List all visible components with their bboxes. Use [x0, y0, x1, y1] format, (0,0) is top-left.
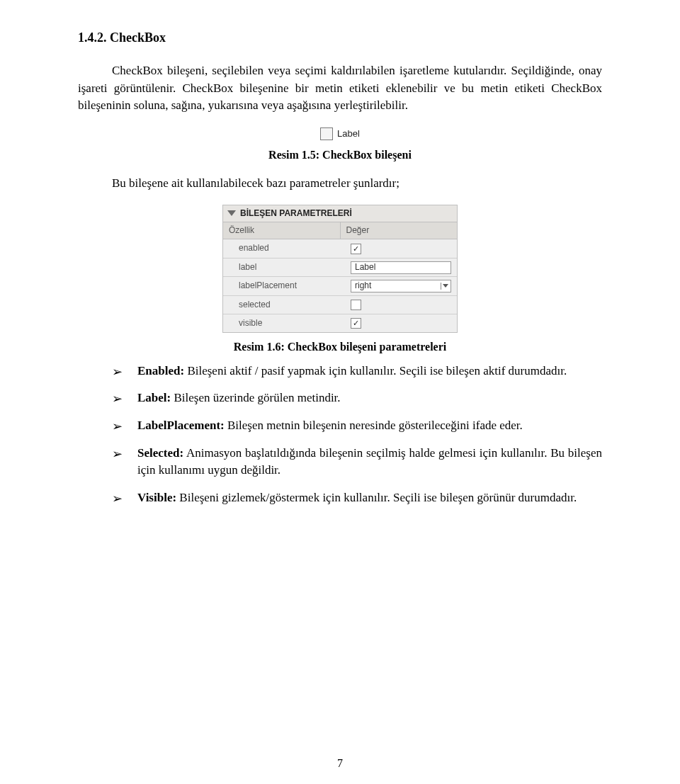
checkbox-sample-label: Label: [337, 127, 360, 141]
bullet-term: Selected:: [137, 446, 183, 460]
checkbox-icon: [351, 300, 361, 310]
list-item: Visible: Bileşeni gizlemek/göstermek içi…: [112, 489, 602, 517]
param-name: enabled: [223, 239, 345, 257]
list-item: Selected: Animasyon başlatıldığında bile…: [112, 445, 602, 489]
select-value: right: [355, 280, 371, 292]
panel-header: BİLEŞEN PARAMETRELERİ: [223, 205, 457, 222]
bullet-term: Enabled:: [137, 364, 184, 377]
param-name: label: [223, 259, 345, 276]
document-page: 1.4.2. CheckBox CheckBox bileşeni, seçil…: [0, 0, 680, 784]
page-number: 7: [0, 755, 680, 771]
figure-2-caption: Resim 1.6: CheckBox bileşeni parametrele…: [78, 339, 602, 355]
param-row-label: label Label: [223, 259, 457, 277]
col-value: Değer: [341, 222, 458, 239]
bullet-text: Bileşeni aktif / pasif yapmak için kulla…: [184, 364, 567, 377]
bullet-term: Visible:: [137, 491, 176, 504]
bullet-text: Bileşen metnin bileşenin neresinde göste…: [225, 419, 523, 432]
parameters-panel: BİLEŞEN PARAMETRELERİ Özellik Değer enab…: [222, 205, 458, 334]
list-item: Label: Bileşen üzerinde görülen metindir…: [112, 390, 602, 417]
param-row-enabled: enabled ✓: [223, 239, 457, 258]
divider-icon: [441, 283, 441, 290]
param-name: selected: [223, 296, 345, 314]
checkbox-icon: ✓: [351, 318, 361, 329]
bullet-text: Bileşen üzerinde görülen metindir.: [171, 391, 340, 404]
figure-checkbox-sample: Label: [78, 127, 602, 141]
bullet-text: Bileşeni gizlemek/göstermek için kullanı…: [176, 491, 577, 504]
figure-1-caption: Resim 1.5: CheckBox bileşeni: [78, 147, 602, 163]
section-heading: 1.4.2. CheckBox: [78, 28, 602, 47]
checkbox-icon: [320, 127, 333, 140]
list-item: LabelPlacement: Bileşen metnin bileşenin…: [112, 417, 602, 445]
chevron-down-icon: [443, 284, 448, 288]
list-item: Enabled: Bileşeni aktif / pasif yapmak i…: [112, 363, 602, 390]
bullet-term: Label:: [137, 391, 171, 404]
after-fig1-paragraph: Bu bileşene ait kullanılabilecek bazı pa…: [112, 175, 602, 193]
collapse-triangle-icon: [227, 210, 236, 216]
section-title: CheckBox: [110, 30, 166, 45]
select-input: right: [351, 280, 451, 292]
col-property: Özellik: [223, 222, 341, 239]
param-row-visible: visible ✓: [223, 314, 457, 332]
section-number: 1.4.2.: [78, 30, 107, 45]
panel-title: BİLEŞEN PARAMETRELERİ: [240, 208, 352, 220]
param-row-labelplacement: labelPlacement right: [223, 277, 457, 295]
bullet-term: LabelPlacement:: [137, 419, 225, 432]
param-name: visible: [223, 314, 345, 332]
bullet-text: Animasyon başlatıldığında bileşenin seçi…: [137, 446, 602, 477]
parameter-descriptions: Enabled: Bileşeni aktif / pasif yapmak i…: [112, 363, 602, 517]
param-row-selected: selected: [223, 296, 457, 314]
param-name: labelPlacement: [223, 277, 345, 295]
intro-paragraph: CheckBox bileşeni, seçilebilen veya seçi…: [78, 62, 602, 115]
text-input: Label: [351, 261, 451, 274]
panel-columns: Özellik Değer: [223, 222, 457, 239]
checkbox-icon: ✓: [351, 244, 361, 254]
